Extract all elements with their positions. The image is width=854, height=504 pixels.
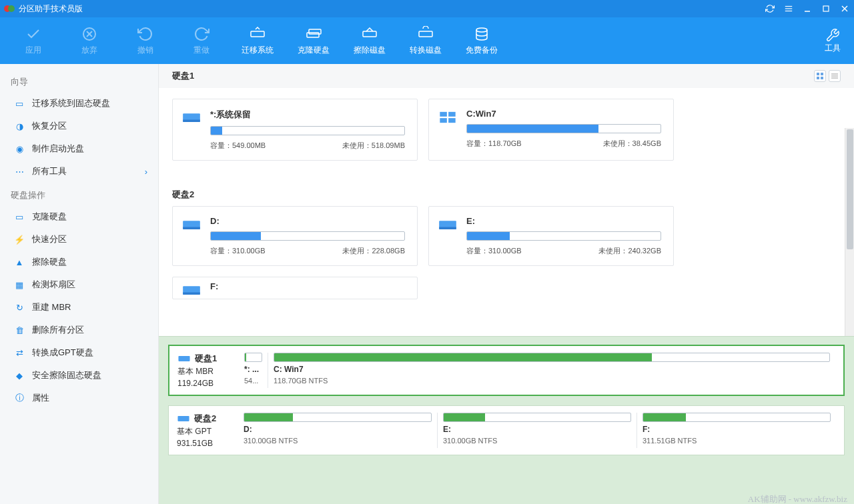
- sidebar-item-migrate-ssd[interactable]: ▭迁移系统到固态硬盘: [0, 92, 158, 115]
- svg-rect-21: [821, 77, 823, 79]
- convert-disk-button[interactable]: 转换磁盘: [398, 21, 454, 61]
- close-button[interactable]: [835, 0, 854, 17]
- sidebar-item-recover[interactable]: ◑恢复分区: [0, 115, 158, 137]
- windows-icon: [438, 110, 457, 125]
- svg-rect-38: [177, 416, 189, 421]
- partition-card-e[interactable]: E: 容量：310.00GB未使用：240.32GB: [428, 206, 674, 266]
- svg-rect-16: [419, 31, 432, 37]
- svg-rect-18: [817, 73, 819, 75]
- sidebar-item-secure-erase[interactable]: ◆安全擦除固态硬盘: [0, 364, 158, 387]
- content-area: 硬盘1 *:系统保留 容量：549.00MB未使用：518.09MB: [159, 64, 854, 504]
- partition-card-system-reserved[interactable]: *:系统保留 容量：549.00MB未使用：518.09MB: [172, 99, 418, 161]
- drive-icon: [182, 283, 201, 297]
- sidebar-item-clone[interactable]: ▭克隆硬盘: [0, 205, 158, 228]
- migrate-os-button[interactable]: 迁移系统: [230, 21, 286, 61]
- erase-icon: ▲: [13, 256, 25, 268]
- chevron-right-icon: ›: [145, 167, 147, 177]
- disk-icon: [177, 354, 191, 363]
- sidebar-item-to-gpt[interactable]: ⇄转换成GPT硬盘: [0, 341, 158, 364]
- drive-icon: [182, 217, 201, 232]
- refresh-icon[interactable]: [761, 0, 779, 17]
- scan-icon: ▦: [13, 279, 25, 291]
- svg-rect-26: [183, 120, 200, 123]
- view-list-button[interactable]: [829, 70, 841, 82]
- view-grid-button[interactable]: [814, 70, 826, 82]
- recover-icon: ◑: [13, 120, 25, 132]
- svg-rect-29: [440, 118, 447, 123]
- sidebar: 向导 ▭迁移系统到固态硬盘 ◑恢复分区 ◉制作启动光盘 ⋯所有工具› 硬盘操作 …: [0, 64, 159, 504]
- drive-icon: [438, 217, 457, 232]
- svg-rect-28: [448, 112, 456, 117]
- svg-rect-32: [183, 227, 200, 230]
- svg-rect-6: [823, 6, 829, 11]
- wizard-section-title: 向导: [0, 69, 158, 92]
- title-bar: 分区助手技术员版: [0, 0, 854, 17]
- info-icon: ⓘ: [13, 392, 25, 404]
- sidebar-item-all-tools[interactable]: ⋯所有工具›: [0, 160, 158, 183]
- svg-rect-12: [251, 31, 264, 37]
- undo-button[interactable]: 撤销: [117, 21, 173, 61]
- svg-rect-30: [448, 118, 456, 123]
- disk1-header: 硬盘1: [159, 64, 854, 88]
- svg-rect-27: [440, 112, 447, 117]
- sidebar-item-delete-all[interactable]: 🗑删除所有分区: [0, 319, 158, 341]
- shield-icon: ◆: [13, 369, 25, 381]
- disk-row-2[interactable]: 硬盘2 基本 GPT 931.51GB D: 310.00GB NTFS E: …: [168, 405, 845, 455]
- sidebar-item-rebuild-mbr[interactable]: ↻重建 MBR: [0, 296, 158, 319]
- app-logo-icon: [4, 3, 15, 14]
- svg-rect-20: [817, 77, 819, 79]
- backup-button[interactable]: 免费备份: [454, 21, 510, 61]
- disk2-label: 硬盘2: [159, 181, 854, 206]
- menu-icon[interactable]: [779, 0, 798, 17]
- main-toolbar: 应用 放弃 撤销 重做 迁移系统 克隆硬盘 擦除磁盘 转换磁盘 免费备份 工具: [0, 17, 854, 64]
- minimize-button[interactable]: [798, 0, 817, 17]
- watermark: AK辅助网 - www.akfzw.biz: [748, 493, 847, 504]
- discard-button[interactable]: 放弃: [61, 21, 117, 61]
- svg-rect-15: [363, 31, 376, 37]
- disc-icon: ◉: [13, 143, 25, 155]
- clone-disk-button[interactable]: 克隆硬盘: [286, 21, 342, 61]
- svg-point-1: [8, 5, 15, 12]
- convert-icon: ⇄: [13, 347, 25, 359]
- trash-icon: 🗑: [13, 324, 25, 336]
- bolt-icon: ⚡: [13, 233, 25, 245]
- sidebar-item-wipe[interactable]: ▲擦除硬盘: [0, 251, 158, 273]
- diskops-section-title: 硬盘操作: [0, 183, 158, 205]
- partition-card-f[interactable]: F:: [172, 277, 418, 299]
- svg-rect-19: [821, 73, 823, 75]
- sidebar-item-props[interactable]: ⓘ属性: [0, 387, 158, 409]
- sidebar-item-quick[interactable]: ⚡快速分区: [0, 228, 158, 251]
- clone-icon: ▭: [13, 211, 25, 223]
- scrollbar[interactable]: [845, 128, 854, 336]
- app-title: 分区助手技术员版: [19, 3, 761, 15]
- drive-icon: [182, 110, 201, 125]
- partition-list: *:系统保留 容量：549.00MB未使用：518.09MB C:Win7 容量…: [159, 88, 854, 336]
- partition-card-c-win7[interactable]: C:Win7 容量：118.70GB未使用：38.45GB: [428, 99, 674, 161]
- tools-button[interactable]: 工具: [817, 28, 849, 54]
- more-icon: ⋯: [13, 165, 25, 177]
- disk-icon: ▭: [13, 97, 25, 109]
- sidebar-item-badsector[interactable]: ▦检测坏扇区: [0, 273, 158, 296]
- svg-rect-34: [439, 227, 456, 230]
- disk-layout-panel: 硬盘1 基本 MBR 119.24GB *: ... 54... C: Win7…: [159, 336, 854, 504]
- disk-icon: [177, 414, 190, 423]
- disk-row-1[interactable]: 硬盘1 基本 MBR 119.24GB *: ... 54... C: Win7…: [168, 345, 845, 396]
- redo-button[interactable]: 重做: [173, 21, 230, 61]
- wipe-disk-button[interactable]: 擦除磁盘: [342, 21, 398, 61]
- maximize-button[interactable]: [817, 0, 835, 17]
- partition-card-d[interactable]: D: 容量：310.00GB未使用：228.08GB: [172, 206, 418, 266]
- svg-point-17: [476, 28, 487, 32]
- sidebar-item-bootdisk[interactable]: ◉制作启动光盘: [0, 137, 158, 160]
- svg-rect-37: [178, 356, 189, 361]
- svg-rect-36: [183, 293, 200, 295]
- refresh-icon: ↻: [13, 301, 25, 313]
- apply-button[interactable]: 应用: [5, 21, 61, 61]
